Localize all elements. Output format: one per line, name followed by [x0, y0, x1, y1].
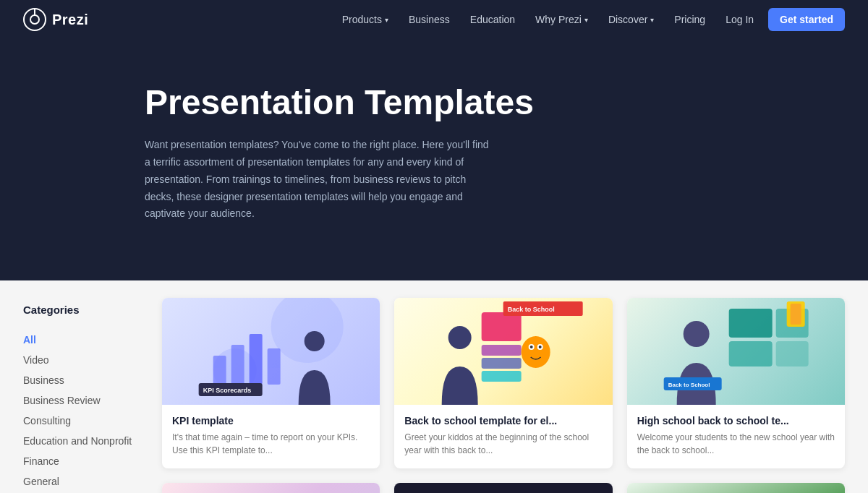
template-card[interactable]: Quarterly Business Review Quarterly busi… [162, 483, 380, 493]
sidebar-list-item[interactable]: Education and Nonprofit [23, 432, 139, 450]
template-card[interactable]: Back to School High school back to schoo… [627, 298, 845, 468]
hero-title: Presentation Templates [145, 82, 845, 122]
nav-item-products[interactable]: Products ▾ [333, 9, 397, 30]
sidebar-list-item[interactable]: Consulting [23, 411, 139, 430]
sidebar-list-item[interactable]: Video [23, 351, 139, 369]
template-title: Back to school template for el... [404, 415, 602, 426]
template-card[interactable]: AWARDS CEREMONY Awards ceremony video te… [394, 483, 612, 493]
svg-rect-29 [790, 304, 801, 325]
awards-thumb-svg: AWARDS CEREMONY [394, 483, 612, 493]
svg-text:Back to School: Back to School [508, 306, 555, 313]
svg-point-3 [271, 298, 344, 363]
template-description: Greet your kiddos at the beginning of th… [404, 431, 602, 457]
logo-text: Prezi [52, 12, 88, 28]
navbar: Prezi Products ▾ Business Education Why … [0, 0, 868, 39]
hero-description: Want presentation templates? You've come… [145, 137, 492, 223]
svg-rect-12 [482, 312, 522, 341]
kpi-thumb-svg: KPI Scorecards [162, 298, 380, 405]
chevron-down-icon: ▾ [584, 16, 588, 24]
template-card[interactable]: Back to School Back to school template f… [394, 298, 612, 468]
sidebar-link[interactable]: Finance [23, 452, 139, 471]
sidebar-link[interactable]: Business [23, 371, 139, 390]
svg-rect-5 [213, 356, 226, 385]
template-card[interactable]: ALUMNI RELATIONS Alumni relations video … [627, 483, 845, 493]
svg-rect-15 [482, 371, 522, 382]
template-info: High school back to school te...Welcome … [627, 405, 845, 468]
sidebar-list-item[interactable]: General [23, 472, 139, 491]
nav-item-discover[interactable]: Discover ▾ [600, 9, 663, 30]
template-thumbnail: Back to School [627, 298, 845, 405]
template-info: KPI templateIt's that time again – time … [162, 405, 380, 468]
chevron-down-icon: ▾ [650, 16, 654, 24]
template-thumbnail: Quarterly Business Review [162, 483, 380, 493]
back-school-thumb-svg: Back to School [394, 298, 612, 405]
sidebar-list-item[interactable]: Finance [23, 452, 139, 471]
get-started-button[interactable]: Get started [768, 8, 845, 31]
template-title: KPI template [172, 415, 370, 426]
svg-point-21 [448, 326, 472, 349]
svg-point-1 [30, 15, 39, 24]
sidebar-link[interactable]: Education and Nonprofit [23, 432, 139, 450]
template-thumbnail: ALUMNI RELATIONS [627, 483, 845, 493]
template-title: High school back to school te... [637, 415, 835, 426]
svg-text:Back to School: Back to School [668, 382, 710, 388]
svg-point-16 [522, 336, 550, 368]
login-link[interactable]: Log In [717, 9, 762, 30]
template-info: Back to school template for el...Greet y… [394, 405, 612, 468]
svg-rect-26 [728, 341, 772, 366]
logo[interactable]: Prezi [23, 8, 88, 31]
sidebar-list-item[interactable]: Business [23, 371, 139, 390]
template-card[interactable]: KPI Scorecards KPI templateIt's that tim… [162, 298, 380, 468]
sidebar: Categories AllVideoBusinessBusiness Revi… [23, 298, 139, 493]
svg-rect-14 [482, 358, 522, 369]
category-list: AllVideoBusinessBusiness ReviewConsultin… [23, 330, 139, 493]
template-description: Welcome your students to the new school … [637, 431, 835, 457]
svg-rect-24 [728, 309, 772, 338]
nav-link-pricing[interactable]: Pricing [665, 9, 714, 30]
alumni-thumb-svg: ALUMNI RELATIONS [627, 483, 845, 493]
svg-point-19 [530, 346, 533, 348]
sidebar-link[interactable]: General [23, 472, 139, 491]
svg-rect-13 [482, 345, 522, 356]
content-area: Categories AllVideoBusinessBusiness Revi… [0, 280, 868, 493]
svg-rect-7 [250, 334, 263, 385]
hero-section: Presentation Templates Want presentation… [0, 39, 868, 280]
template-thumbnail: Back to School [394, 298, 612, 405]
nav-link-business[interactable]: Business [400, 9, 459, 30]
nav-link-why-prezi[interactable]: Why Prezi ▾ [527, 9, 597, 30]
prezi-logo-icon [23, 8, 46, 31]
nav-link-products[interactable]: Products ▾ [333, 9, 397, 30]
svg-rect-8 [268, 348, 281, 385]
templates-grid: KPI Scorecards KPI templateIt's that tim… [162, 298, 845, 493]
svg-point-9 [305, 331, 325, 351]
business-thumb-svg: Quarterly Business Review [162, 483, 380, 493]
svg-point-30 [683, 321, 709, 347]
template-thumbnail: AWARDS CEREMONY [394, 483, 612, 493]
chevron-down-icon: ▾ [385, 16, 388, 24]
template-description: It's that time again – time to report on… [172, 431, 370, 457]
sidebar-link[interactable]: Business Review [23, 391, 139, 410]
sidebar-link[interactable]: Video [23, 351, 139, 369]
svg-text:KPI  Scorecards: KPI Scorecards [203, 387, 252, 394]
nav-item-why-prezi[interactable]: Why Prezi ▾ [527, 9, 597, 30]
svg-rect-27 [775, 341, 808, 366]
nav-links: Products ▾ Business Education Why Prezi … [333, 9, 714, 30]
nav-item-pricing[interactable]: Pricing [665, 9, 714, 30]
sidebar-link[interactable]: All [23, 330, 139, 349]
nav-link-education[interactable]: Education [461, 9, 524, 30]
sidebar-title: Categories [23, 304, 139, 316]
svg-point-20 [539, 346, 542, 348]
nav-link-discover[interactable]: Discover ▾ [600, 9, 663, 30]
template-thumbnail: KPI Scorecards [162, 298, 380, 405]
high-school-thumb-svg: Back to School [627, 298, 845, 405]
sidebar-list-item[interactable]: All [23, 330, 139, 349]
svg-rect-6 [231, 345, 244, 385]
sidebar-link[interactable]: Consulting [23, 411, 139, 430]
sidebar-list-item[interactable]: Business Review [23, 391, 139, 410]
nav-item-business[interactable]: Business [400, 9, 459, 30]
nav-item-education[interactable]: Education [461, 9, 524, 30]
